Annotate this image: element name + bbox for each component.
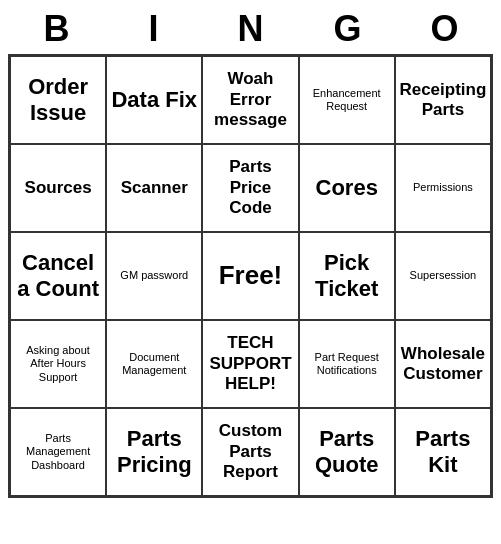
bingo-cell[interactable]: Parts Management Dashboard xyxy=(10,408,106,496)
letter-g: G xyxy=(299,8,396,50)
bingo-cell[interactable]: Free! xyxy=(202,232,298,320)
bingo-cell[interactable]: Parts Quote xyxy=(299,408,395,496)
bingo-cell[interactable]: Parts Pricing xyxy=(106,408,202,496)
bingo-cell[interactable]: Wholesale Customer xyxy=(395,320,491,408)
bingo-grid: Order IssueData FixWoah Error messageEnh… xyxy=(8,54,493,498)
bingo-cell[interactable]: Custom Parts Report xyxy=(202,408,298,496)
bingo-cell[interactable]: Woah Error message xyxy=(202,56,298,144)
bingo-cell[interactable]: Part Request Notifications xyxy=(299,320,395,408)
bingo-cell[interactable]: Parts Kit xyxy=(395,408,491,496)
letter-i: I xyxy=(105,8,202,50)
bingo-cell[interactable]: GM password xyxy=(106,232,202,320)
bingo-cell[interactable]: Cores xyxy=(299,144,395,232)
bingo-cell[interactable]: Sources xyxy=(10,144,106,232)
letter-n: N xyxy=(202,8,299,50)
bingo-cell[interactable]: Supersession xyxy=(395,232,491,320)
bingo-cell[interactable]: Data Fix xyxy=(106,56,202,144)
bingo-cell[interactable]: Pick Ticket xyxy=(299,232,395,320)
bingo-title: B I N G O xyxy=(8,8,493,50)
bingo-cell[interactable]: Receipting Parts xyxy=(395,56,491,144)
bingo-cell[interactable]: Order Issue xyxy=(10,56,106,144)
bingo-cell[interactable]: Scanner xyxy=(106,144,202,232)
letter-b: B xyxy=(8,8,105,50)
bingo-cell[interactable]: Enhancement Request xyxy=(299,56,395,144)
letter-o: O xyxy=(396,8,493,50)
bingo-cell[interactable]: TECH SUPPORT HELP! xyxy=(202,320,298,408)
bingo-cell[interactable]: Cancel a Count xyxy=(10,232,106,320)
bingo-cell[interactable]: Parts Price Code xyxy=(202,144,298,232)
bingo-cell[interactable]: Document Management xyxy=(106,320,202,408)
bingo-cell[interactable]: Permissions xyxy=(395,144,491,232)
bingo-cell[interactable]: Asking about After Hours Support xyxy=(10,320,106,408)
